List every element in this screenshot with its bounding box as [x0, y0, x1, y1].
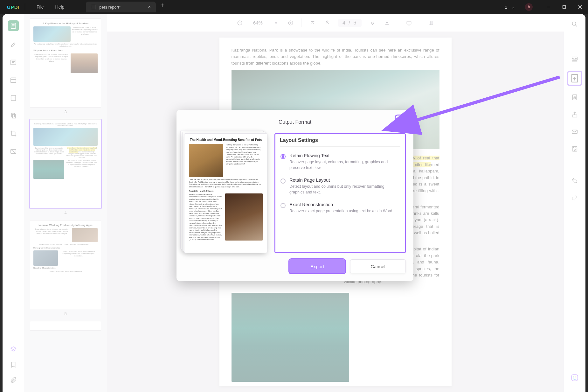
window-maximize[interactable] [556, 0, 572, 14]
window-count[interactable]: 1 [504, 5, 508, 10]
user-avatar[interactable]: h [525, 3, 533, 11]
divider [25, 4, 25, 10]
output-preview: The Health and Mood-Boosting Benefits of… [184, 133, 267, 253]
output-format-dialog: Output Format The Health and Mood-Boosti… [176, 110, 413, 281]
tab-title: pets report* [99, 5, 121, 10]
new-tab-button[interactable]: + [160, 2, 164, 12]
option-title: Retain Page Layout [289, 178, 394, 183]
menu-file[interactable]: File [31, 4, 50, 10]
title-bar: UPDF File Help pets report* × + 1 ⌄ h [0, 0, 588, 14]
dialog-title: Output Format [184, 119, 406, 125]
svg-rect-1 [563, 6, 566, 9]
tab-strip: pets report* × + [86, 2, 164, 12]
option-desc: Recover page layout, columns, formatting… [289, 159, 394, 171]
preview-sub: Possible Health Effects [189, 190, 263, 193]
window-minimize[interactable] [540, 0, 556, 14]
preview-title: The Health and Mood-Boosting Benefits of… [189, 138, 263, 142]
settings-title: Layout Settings [280, 137, 400, 147]
menu-help[interactable]: Help [50, 4, 70, 10]
option-title: Retain Flowing Text [289, 153, 394, 158]
tab-close-icon[interactable]: × [148, 4, 151, 10]
svg-point-46 [400, 120, 402, 122]
tab-doc-icon [91, 5, 95, 9]
export-button[interactable]: Export [289, 259, 345, 273]
window-close[interactable] [572, 0, 588, 14]
radio-icon [280, 154, 286, 159]
window-list-chevron-icon[interactable]: ⌄ [508, 4, 517, 10]
radio-icon [280, 203, 286, 208]
option-title: Exact Reconstruction [289, 202, 393, 207]
layout-settings-gear-button[interactable] [396, 116, 406, 126]
option-retain-flowing-text[interactable]: Retain Flowing Text Recover page layout,… [280, 150, 400, 175]
option-retain-page-layout[interactable]: Retain Page Layout Detect layout and col… [280, 175, 400, 200]
preview-image [189, 144, 223, 177]
cancel-button[interactable]: Cancel [350, 259, 406, 273]
tab-pets-report[interactable]: pets report* × [86, 2, 156, 12]
option-desc: Detect layout and columns but only recov… [289, 184, 394, 195]
option-exact-reconstruction[interactable]: Exact Reconstruction Recover exact page … [280, 200, 400, 219]
option-desc: Recover exact page presentation using te… [289, 208, 393, 214]
radio-icon [280, 178, 286, 184]
layout-settings-panel: Layout Settings Retain Flowing Text Reco… [274, 133, 406, 253]
app-logo: UPDF [0, 4, 19, 10]
preview-image [225, 193, 263, 241]
